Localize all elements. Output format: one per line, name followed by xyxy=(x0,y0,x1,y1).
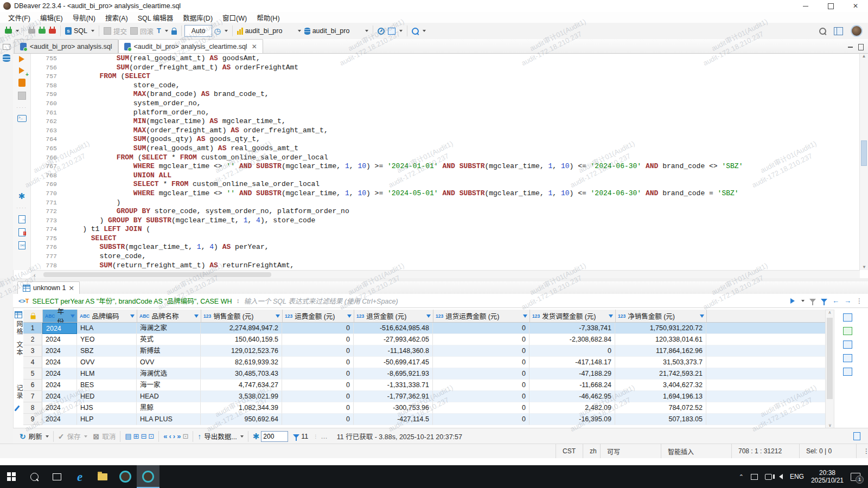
grid-cell[interactable]: 2024 xyxy=(42,380,77,391)
column-sort-caret[interactable] xyxy=(71,314,75,318)
export-button[interactable]: 导出数据... xyxy=(204,431,237,441)
editor-tab[interactable]: <audit_bi_pro> analysis_cleartime.sql✕ xyxy=(118,39,263,53)
edit-value-icon[interactable]: ▤ xyxy=(125,432,131,440)
transaction-log-button[interactable]: T xyxy=(155,26,170,36)
row-number[interactable]: 3 xyxy=(23,345,42,357)
column-header-3[interactable]: ABC品牌名称 xyxy=(137,310,201,322)
editor-horizontal-scrollbar[interactable]: ‹ xyxy=(30,270,860,279)
notification-center-icon[interactable]: 1 xyxy=(851,473,860,481)
grid-cell[interactable]: 2,274,894,947.2 xyxy=(201,323,282,334)
grid-cell[interactable]: 117,864,162.96 xyxy=(615,345,706,357)
tray-expand-icon[interactable]: ⌃ xyxy=(739,473,744,480)
execute-script-icon[interactable] xyxy=(18,79,25,87)
speaker-icon[interactable] xyxy=(779,474,783,479)
code-area[interactable]: 755 SUM(real_goods_amt_t) AS goodsAmt,75… xyxy=(31,54,868,270)
rollback-button[interactable]: 回滚 xyxy=(129,25,155,37)
grid-cell[interactable]: 海澜之家 xyxy=(137,323,201,334)
code-line[interactable]: 762 MIN(mgclear_time) AS mgclear_time_t, xyxy=(31,117,868,126)
search-button[interactable] xyxy=(410,27,427,36)
restore-panel-icon[interactable] xyxy=(3,44,10,50)
grid-cell[interactable]: 2024 xyxy=(42,357,77,368)
grouping-panel-icon[interactable] xyxy=(843,341,852,349)
grid-cell[interactable]: -16,395.09 xyxy=(529,414,615,425)
menu-item[interactable]: 搜索(A) xyxy=(100,11,133,24)
last-page-icon[interactable]: » xyxy=(177,432,181,440)
grid-cell[interactable]: 2024 xyxy=(42,345,77,357)
grid-cell[interactable]: HLP xyxy=(77,414,137,425)
column-header-2[interactable]: ABC品牌编码 xyxy=(78,310,137,322)
row-filter-icon[interactable] xyxy=(293,434,299,438)
cancel-button[interactable]: 取消 xyxy=(102,431,116,441)
dbeaver-profile-icon[interactable] xyxy=(851,25,863,37)
grid-row[interactable]: 62024BES海一家4,747,634.270-1,331,338.710-1… xyxy=(23,380,826,391)
quick-search-icon[interactable] xyxy=(819,28,826,35)
code-line[interactable]: 772 GROUP BY store_code, system_order_no… xyxy=(31,207,868,216)
grid-cell[interactable]: 0 xyxy=(433,345,529,357)
save-button[interactable]: 保存 xyxy=(67,431,80,441)
grid-cell[interactable]: 3,404,627.32 xyxy=(615,380,706,391)
code-line[interactable]: 765 SUM(real_goods_amt) AS real_goods_am… xyxy=(31,144,868,153)
close-button[interactable]: ✕ xyxy=(843,0,868,12)
grid-cell[interactable]: 4,747,634.27 xyxy=(201,380,282,391)
grid-cell[interactable]: 0 xyxy=(433,323,529,334)
network-icon[interactable] xyxy=(765,474,772,480)
code-line[interactable]: 756 SUM(order_freight_amt_t) AS orderFre… xyxy=(31,63,868,73)
grid-cell[interactable]: 82,619,939.32 xyxy=(201,357,282,368)
column-header-8[interactable]: 123发货调整金额 (元) xyxy=(530,310,616,322)
apply-filter-icon[interactable] xyxy=(790,298,795,304)
menu-item[interactable]: 编辑(E) xyxy=(35,11,68,24)
grid-cell[interactable]: 784,072.52 xyxy=(615,402,706,414)
record-edit-icon[interactable] xyxy=(14,405,20,411)
menu-item[interactable]: 文件(F) xyxy=(3,11,35,24)
row-number[interactable]: 7 xyxy=(23,391,42,402)
code-line[interactable]: 777 store_code, xyxy=(31,252,868,261)
taskbar-search-button[interactable] xyxy=(23,465,46,488)
grid-cell[interactable]: 950,692.64 xyxy=(201,414,282,425)
menu-item[interactable]: 帮助(H) xyxy=(252,11,284,24)
copy-result-icon[interactable] xyxy=(853,432,860,440)
maximize-button[interactable] xyxy=(818,0,843,12)
execute-new-tab-icon[interactable] xyxy=(19,67,24,74)
commit-mode-combo[interactable]: Auto xyxy=(184,25,213,37)
editor-settings-icon[interactable]: ✱ xyxy=(18,192,25,200)
grid-row[interactable]: 82024HJS黑鲸1,082,344.390-300,753.9602,482… xyxy=(23,402,826,414)
code-line[interactable]: 764 SUM(goods_qty) AS goods_qty_t, xyxy=(31,135,868,144)
grid-cell[interactable]: 斯搏兹 xyxy=(137,345,201,357)
menu-item[interactable]: SQL 编辑器 xyxy=(133,11,178,24)
grid-cell[interactable]: 0 xyxy=(433,357,529,368)
grid-cell[interactable]: 海一家 xyxy=(137,380,201,391)
grid-cell[interactable]: 黑鲸 xyxy=(137,402,201,414)
grid-cell[interactable]: -47,188.29 xyxy=(529,368,615,380)
grid-cell[interactable]: 0 xyxy=(282,334,354,345)
grid-cell[interactable]: 2024 xyxy=(42,391,77,402)
column-header-9[interactable]: 123净销售金额 (元) xyxy=(616,310,707,322)
grid-row[interactable]: 12024HLA海澜之家2,274,894,947.20-516,624,985… xyxy=(23,323,826,334)
menu-item[interactable]: 窗口(W) xyxy=(218,11,252,24)
grid-cell[interactable]: 0 xyxy=(433,368,529,380)
next-page-icon[interactable]: › xyxy=(173,432,175,440)
code-line[interactable]: 769 SELECT * FROM custom_online_sale_ord… xyxy=(31,180,868,189)
references-panel-icon[interactable] xyxy=(843,368,852,376)
grid-cell[interactable]: 0 xyxy=(529,345,615,357)
code-line[interactable]: 774 ) t1 LEFT JOIN ( xyxy=(31,225,868,234)
grid-cell[interactable]: 31,503,373.7 xyxy=(615,357,706,368)
menu-item[interactable]: 数据库(D) xyxy=(178,11,218,24)
grid-cell[interactable]: HLA PLUS xyxy=(137,414,201,425)
code-line[interactable]: 770 WHERE mgclear_time <> '' AND SUBSTR(… xyxy=(31,189,868,198)
grid-cell[interactable]: -7,338,741 xyxy=(529,323,615,334)
column-header-1[interactable]: ABC年份 xyxy=(43,310,78,322)
usb-icon[interactable] xyxy=(751,474,758,480)
side-tab-2[interactable]: 文本 xyxy=(15,341,24,356)
row-number[interactable]: 4 xyxy=(23,357,42,368)
grid-cell[interactable]: 0 xyxy=(282,345,354,357)
open-file-icon[interactable] xyxy=(18,215,25,223)
abort-connection-button[interactable] xyxy=(47,28,58,35)
code-line[interactable]: 776 SUBSTR(mgclear_time_t, 1, 4) AS perY… xyxy=(31,243,868,252)
grid-cell[interactable]: 0 xyxy=(433,334,529,345)
grid-cell[interactable]: 海澜优选 xyxy=(137,368,201,380)
fetch-size-input[interactable] xyxy=(261,431,288,442)
filter-sql-text[interactable]: SELECT perYear AS "年份", brandCode AS "品牌… xyxy=(33,296,232,306)
grid-row[interactable]: 72024HEDHEAD3,538,021.990-1,797,362.910-… xyxy=(23,391,826,402)
minimize-button[interactable] xyxy=(793,0,818,12)
grid-cell[interactable]: 0 xyxy=(433,391,529,402)
